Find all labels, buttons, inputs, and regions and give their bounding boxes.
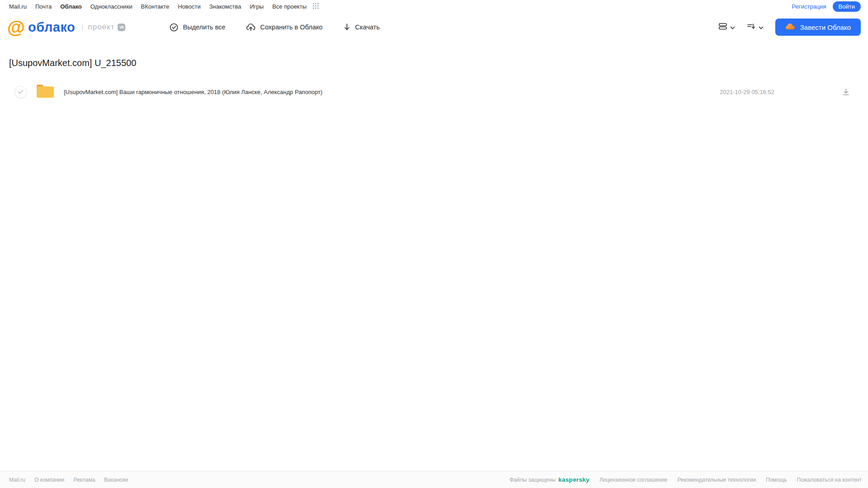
download-label: Скачать (355, 24, 379, 31)
nav-igry[interactable]: Игры (250, 3, 264, 10)
nav-oblako[interactable]: Облако (60, 3, 82, 10)
nav-novosti[interactable]: Новости (178, 3, 200, 10)
row-download-icon[interactable] (842, 88, 850, 96)
sort-icon (747, 22, 756, 32)
file-toolbar: Выделить все Сохранить в Облако Скачать (170, 23, 379, 32)
vk-badge-icon: vk (118, 24, 125, 31)
row-select-checkbox[interactable] (14, 86, 27, 98)
footer-right-links: Файлы защищены kaspersky Лицензионное со… (510, 476, 862, 483)
sort-dropdown[interactable] (747, 22, 764, 32)
check-circle-icon (170, 23, 178, 32)
file-name[interactable]: [UsupovMarket.com] Ваши гармоничные отно… (64, 89, 720, 95)
nav-znakomstva[interactable]: Знакомства (209, 3, 241, 10)
footer: Mail.ru О компании Реклама Вакансии Файл… (0, 471, 868, 488)
chevron-down-icon (730, 23, 735, 31)
cloud-upload-icon (246, 23, 256, 32)
nav-pochta[interactable]: Почта (35, 3, 52, 10)
cloud-icon (785, 23, 795, 31)
footer-license-link[interactable]: Лицензионное соглашение (599, 477, 667, 483)
footer-jobs-link[interactable]: Вакансии (104, 477, 128, 483)
nav-vkontakte[interactable]: ВКонтакте (141, 3, 170, 10)
download-arrow-icon (343, 23, 351, 31)
footer-recommendation-link[interactable]: Рекомендательные технологии (678, 477, 756, 483)
folder-icon (36, 84, 55, 100)
nav-all-projects[interactable]: Все проекты (272, 3, 307, 10)
footer-about-link[interactable]: О компании (34, 477, 64, 483)
logo-text: облако (28, 20, 75, 35)
get-cloud-button[interactable]: Завести Облако (775, 19, 861, 36)
chevron-down-icon (759, 23, 764, 31)
file-date: 2021-10-29 05:16:52 (720, 89, 774, 95)
page-title: [UsupovMarket.com] U_215500 (9, 58, 859, 68)
portal-nav: Mail.ru Почта Облако Одноклассники ВКонт… (0, 0, 868, 13)
protected-label: Файлы защищены (510, 477, 556, 483)
registration-link[interactable]: Регистрация (792, 3, 826, 10)
list-view-icon (718, 22, 727, 32)
project-label: проект (88, 23, 114, 32)
select-all-label: Выделить все (183, 24, 225, 31)
cloud-logo[interactable]: @ облако | проект vk (7, 19, 125, 35)
footer-help-link[interactable]: Помощь (766, 477, 787, 483)
footer-left-links: Mail.ru О компании Реклама Вакансии (9, 477, 128, 483)
file-row[interactable]: [UsupovMarket.com] Ваши гармоничные отно… (9, 81, 859, 103)
header-right-controls: Завести Облако (718, 19, 861, 36)
mailru-at-icon: @ (7, 19, 24, 35)
nav-odnoklassniki[interactable]: Одноклассники (90, 3, 133, 10)
kaspersky-logo: kaspersky (558, 476, 589, 483)
footer-report-link[interactable]: Пожаловаться на контент (797, 477, 862, 483)
get-cloud-label: Завести Облако (800, 24, 851, 31)
cloud-header: @ облако | проект vk Выделить все (0, 13, 868, 42)
footer-mailru-link[interactable]: Mail.ru (9, 477, 25, 483)
main-content: [UsupovMarket.com] U_215500 [UsupovMarke… (0, 58, 868, 103)
save-to-cloud-label: Сохранить в Облако (260, 24, 323, 31)
footer-ads-link[interactable]: Реклама (73, 477, 95, 483)
view-mode-dropdown[interactable] (718, 22, 735, 32)
nav-mailru[interactable]: Mail.ru (9, 3, 27, 10)
login-button[interactable]: Войти (833, 1, 861, 12)
select-all-button[interactable]: Выделить все (170, 23, 225, 32)
apps-grid-icon[interactable] (313, 3, 319, 10)
logo-separator: | (81, 23, 83, 31)
download-button[interactable]: Скачать (343, 23, 379, 31)
save-to-cloud-button[interactable]: Сохранить в Облако (246, 23, 323, 32)
kaspersky-protection[interactable]: Файлы защищены kaspersky (510, 476, 590, 483)
